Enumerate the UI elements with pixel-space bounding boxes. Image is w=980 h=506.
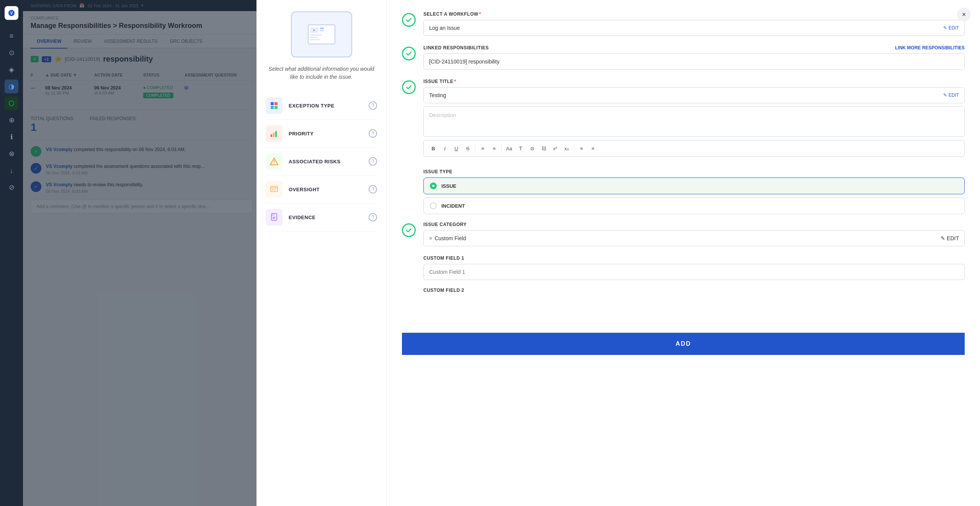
radio-issue-circle <box>430 182 437 189</box>
priority-help[interactable]: ? <box>369 129 377 138</box>
svg-rect-10 <box>271 102 274 105</box>
font-button[interactable]: Aa <box>504 143 514 153</box>
clear-format-button[interactable]: ⊘ <box>527 143 537 153</box>
svg-rect-22 <box>272 189 273 190</box>
priority-icon <box>266 125 283 142</box>
oversight-label: OVERSIGHT <box>289 187 363 192</box>
bold-button[interactable]: B <box>428 143 438 153</box>
category-tag: × Custom Field <box>429 235 466 241</box>
app-logo[interactable]: V <box>5 6 18 20</box>
svg-rect-12 <box>271 106 274 109</box>
issue-title-label: ISSUE TITLE* <box>423 79 965 84</box>
svg-text:≡: ≡ <box>313 29 315 32</box>
workflow-input[interactable]: Log an Issue ✎ EDIT <box>423 20 965 36</box>
link-more-btn[interactable]: LINK MORE RESPONSIBILITIES <box>895 45 965 50</box>
exception-type-icon <box>266 97 283 114</box>
modal-left-panel: ≡ Select what additional information you… <box>256 0 387 506</box>
workflow-content: SELECT A WORKFLOW* Log an Issue ✎ EDIT <box>423 11 965 36</box>
strikethrough-button[interactable]: S <box>463 143 473 153</box>
radio-incident[interactable]: INCIDENT <box>423 197 965 214</box>
issue-category-label: ISSUE CATEGORY <box>423 222 965 227</box>
custom-field-2-label: CUSTOM FIELD 2 <box>423 288 965 293</box>
exception-type-label: EXCEPTION TYPE <box>289 103 363 109</box>
exception-type-help[interactable]: ? <box>369 101 377 110</box>
associated-risks-help[interactable]: ? <box>369 157 377 166</box>
superscript-button[interactable]: x² <box>550 143 560 153</box>
text-style-button[interactable]: T̈ <box>516 143 526 153</box>
svg-rect-26 <box>271 213 274 216</box>
subscript-button[interactable]: x₂ <box>562 143 572 153</box>
issue-category-edit[interactable]: ✎ EDIT <box>941 235 959 241</box>
workflow-label: SELECT A WORKFLOW* <box>423 11 965 17</box>
svg-rect-15 <box>273 133 274 137</box>
list-button[interactable]: ≡ <box>478 143 488 153</box>
step-exception-type[interactable]: EXCEPTION TYPE ? <box>266 92 377 120</box>
linked-content: LINKED RESPONSIBILITIES LINK MORE RESPON… <box>423 45 965 70</box>
sidebar-info-icon[interactable]: ℹ <box>5 130 18 144</box>
priority-label: PRIORITY <box>289 131 363 137</box>
oversight-icon <box>266 181 283 198</box>
workflow-illustration: ≡ <box>291 11 352 57</box>
evidence-help[interactable]: ? <box>369 213 377 221</box>
issue-title-input[interactable]: Testing ✎ EDIT <box>423 87 965 103</box>
issue-title-section: ISSUE TITLE* Testing ✎ EDIT Description … <box>402 79 965 160</box>
link-button[interactable]: ⛓ <box>539 143 549 153</box>
custom-field-1-input[interactable] <box>423 264 965 280</box>
issue-type-section: ISSUE TYPE ISSUE INCIDENT <box>402 169 965 214</box>
issue-title-edit[interactable]: ✎ EDIT <box>943 93 959 98</box>
radio-incident-label: INCIDENT <box>441 203 465 209</box>
step-priority[interactable]: PRIORITY ? <box>266 120 377 148</box>
oversight-help[interactable]: ? <box>369 185 377 194</box>
radio-issue-label: ISSUE <box>441 183 456 189</box>
svg-point-19 <box>274 163 274 164</box>
sidebar-compliance-icon[interactable]: ◑ <box>5 80 18 93</box>
svg-rect-20 <box>271 186 278 192</box>
issue-type-label: ISSUE TYPE <box>423 169 965 174</box>
sidebar-menu-icon[interactable]: ≡ <box>5 29 18 43</box>
step-oversight[interactable]: OVERSIGHT ? <box>266 176 377 203</box>
radio-issue[interactable]: ISSUE <box>423 177 965 194</box>
sidebar-grid-icon[interactable]: ◈ <box>5 63 18 76</box>
italic-button[interactable]: I <box>440 143 450 153</box>
sidebar-active-icon[interactable]: ⬡ <box>5 96 18 110</box>
svg-rect-5 <box>320 30 324 31</box>
indent-button[interactable]: ≡ <box>577 143 586 153</box>
workflow-edit[interactable]: ✎ EDIT <box>943 25 959 31</box>
custom-field-1-label: CUSTOM FIELD 1 <box>423 255 965 261</box>
sidebar-block-icon[interactable]: ⊘ <box>5 181 18 194</box>
svg-rect-23 <box>274 189 276 190</box>
add-button[interactable]: ADD <box>402 333 965 355</box>
svg-rect-13 <box>274 106 278 109</box>
sidebar-home-icon[interactable]: ⊙ <box>5 46 18 60</box>
issue-category-input[interactable]: × Custom Field ✎ EDIT <box>423 230 965 246</box>
remove-category-btn[interactable]: × <box>429 235 432 241</box>
ordered-list-button[interactable]: ≡ <box>489 143 499 153</box>
step-evidence[interactable]: EVIDENCE ? <box>266 203 377 231</box>
custom-field-1-section: CUSTOM FIELD 1 <box>402 255 965 280</box>
step-associated-risks[interactable]: ASSOCIATED RISKS ? <box>266 148 377 176</box>
outdent-button[interactable]: ≡ <box>588 143 598 153</box>
underline-button[interactable]: U <box>451 143 461 153</box>
risks-icon <box>266 153 283 170</box>
description-input[interactable]: Description <box>423 106 965 137</box>
close-button[interactable]: × <box>957 8 971 21</box>
sidebar-download-icon[interactable]: ↓ <box>5 164 18 177</box>
svg-text:V: V <box>10 11 13 15</box>
description-toolbar: B I U S ≡ ≡ Aa T̈ ⊘ ⛓ x² x₂ ≡ ≡ <box>423 140 965 157</box>
issue-title-check <box>402 80 416 94</box>
svg-rect-4 <box>320 28 324 29</box>
svg-rect-24 <box>274 190 276 191</box>
svg-rect-8 <box>310 39 320 40</box>
associated-risks-label: ASSOCIATED RISKS <box>289 159 363 164</box>
issue-category-section: ISSUE CATEGORY × Custom Field ✎ EDIT <box>402 222 965 246</box>
radio-incident-circle <box>430 202 437 209</box>
sidebar-plus-icon[interactable]: ⊕ <box>5 113 18 127</box>
modal-description: Select what additional information you w… <box>266 65 377 81</box>
linked-label: LINKED RESPONSIBILITIES LINK MORE RESPON… <box>423 45 965 50</box>
svg-rect-6 <box>310 34 322 36</box>
sidebar-settings-icon[interactable]: ⊗ <box>5 147 18 161</box>
issue-title-content: ISSUE TITLE* Testing ✎ EDIT Description … <box>423 79 965 160</box>
modal-right-panel: × SELECT A WORKFLOW* Log an Issue ✎ EDIT <box>387 0 980 506</box>
issue-category-check <box>402 223 416 237</box>
linked-input[interactable]: [CID-24110019] responsibility <box>423 54 965 70</box>
